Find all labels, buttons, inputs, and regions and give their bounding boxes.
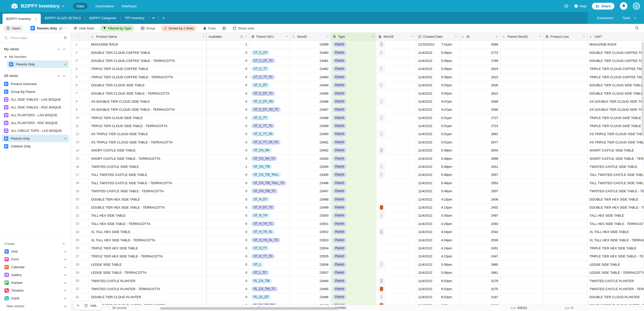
nav-interfaces[interactable]: Interfaces bbox=[122, 4, 136, 8]
cell-unit[interactable]: XL TALL HEX SIDE TABLE - TERRACOTTA bbox=[587, 236, 644, 244]
cell-product-line[interactable] bbox=[543, 244, 587, 252]
filter-button[interactable]: Filtered by Type bbox=[100, 25, 134, 31]
cell-product-name[interactable]: TWISTED CASTLE PLANTER bbox=[89, 277, 207, 285]
cell-product-line[interactable] bbox=[543, 138, 587, 146]
image-thumbnail[interactable] bbox=[378, 261, 385, 268]
cell-image[interactable] bbox=[376, 57, 416, 65]
cell-product-line[interactable] bbox=[543, 114, 587, 122]
cell-available[interactable]: 0 bbox=[207, 187, 250, 195]
cell-created-date[interactable]: 11/4/20225:48pm bbox=[416, 179, 460, 187]
cell-wooid[interactable]: 23488 bbox=[290, 114, 331, 122]
cell-row-number[interactable]: 6 bbox=[71, 81, 89, 89]
cell-parent-sku[interactable]: ST_C_DT_XS_TC bbox=[249, 106, 290, 113]
cell-unit[interactable]: TWISTED CASTLE SIDE TABLE - TERRACOTTA bbox=[587, 187, 644, 195]
cell-parent-sku[interactable]: ST_CA_TW bbox=[249, 163, 290, 171]
cell-type[interactable]: Parent bbox=[331, 81, 376, 89]
column-header-type[interactable]: Type bbox=[331, 33, 376, 40]
cell-product-name[interactable]: MAGAZINE RACK bbox=[89, 41, 207, 48]
cell-product-name[interactable]: TRIPLE TIER HEX SIDE TABLE bbox=[89, 244, 207, 252]
cell-parent-wooid[interactable] bbox=[500, 187, 543, 195]
cell-unit[interactable]: XS DOUBLE TIER CLOUD SIDE TABLE bbox=[587, 98, 644, 105]
cell-available[interactable]: 0 bbox=[207, 73, 250, 81]
cell-available[interactable]: 0 bbox=[207, 130, 250, 138]
cell-parent-wooid[interactable] bbox=[500, 73, 543, 81]
cell-product-name[interactable]: LEDGE SIDE TABLE bbox=[89, 261, 207, 268]
cell-type[interactable]: Parent bbox=[331, 65, 376, 73]
cell-parent-sku[interactable]: ST_H_TH bbox=[249, 212, 290, 219]
cell-row-number[interactable]: 30 bbox=[71, 277, 89, 285]
cell-product-name[interactable]: DOUBLE TIER CLOUD PLANTER bbox=[89, 293, 207, 301]
cell-wooid[interactable]: 23495 bbox=[290, 171, 331, 179]
cell-parent-sku[interactable]: ST_H_TT_TC bbox=[249, 252, 290, 260]
tools-button[interactable]: Tools bbox=[618, 16, 639, 20]
cell-type[interactable]: Parent bbox=[331, 187, 376, 195]
cell-product-name[interactable]: TRIPLE TIER CLOUD SIDE TABLE bbox=[89, 114, 207, 122]
search-icon[interactable] bbox=[635, 26, 639, 31]
cell-product-line[interactable] bbox=[543, 81, 587, 89]
cell-product-line[interactable] bbox=[543, 187, 587, 195]
cell-parent-sku[interactable]: PL_CL_DT bbox=[249, 293, 290, 301]
cell-id[interactable]: 2635 bbox=[459, 81, 500, 89]
cell-wooid[interactable]: 23496 bbox=[290, 179, 331, 187]
cell-image[interactable] bbox=[376, 236, 416, 244]
cell-created-date[interactable]: 11/4/20224:34pm bbox=[416, 236, 460, 244]
cell-image[interactable] bbox=[376, 41, 416, 48]
tab-bzippy-inventory[interactable]: BZIPPY Inventory bbox=[3, 14, 41, 24]
view-search[interactable]: Find a view ⚙ bbox=[0, 33, 71, 43]
cell-row-number[interactable]: 25 bbox=[71, 236, 89, 244]
cell-type[interactable]: Parent bbox=[331, 106, 376, 113]
extensions-button[interactable]: Extensions bbox=[593, 16, 618, 20]
sum-id[interactable]: Sum308251 bbox=[486, 306, 527, 310]
cell-unit[interactable]: TALL TWISTED CASTLE SIDE TABLE - TERRACO… bbox=[587, 179, 644, 187]
cell-created-date[interactable]: 11/4/20224:47pm bbox=[416, 106, 460, 113]
cell-unit[interactable]: DOUBLE TIER CLOUD COFFEE TABLE bbox=[587, 49, 644, 56]
cell-id[interactable]: 2953 bbox=[459, 179, 500, 187]
create-gallery-button[interactable]: Gallery+ bbox=[0, 271, 71, 279]
cell-type[interactable]: Parent bbox=[331, 195, 376, 203]
group-button[interactable]: Group bbox=[141, 26, 155, 30]
nav-data[interactable]: Data bbox=[73, 3, 88, 10]
cell-type[interactable]: Parent bbox=[331, 301, 376, 305]
vertical-scrollbar[interactable] bbox=[642, 42, 643, 135]
cell-parent-sku[interactable]: ST_H_DT bbox=[249, 195, 290, 203]
cell-id[interactable]: 3183 bbox=[459, 301, 500, 305]
cell-product-line[interactable] bbox=[543, 154, 587, 162]
cell-product-name[interactable]: TRIPLE TIER CLOUD SIDE TABLE - TERRACOTT… bbox=[89, 122, 207, 130]
cell-available[interactable]: 1 bbox=[207, 41, 250, 48]
cell-created-date[interactable]: 11/4/20225:06pm bbox=[416, 49, 460, 56]
cell-image[interactable] bbox=[376, 154, 416, 162]
cell-parent-wooid[interactable] bbox=[500, 220, 543, 228]
cell-type[interactable]: Parent bbox=[331, 154, 376, 162]
cell-id[interactable]: 2447 bbox=[459, 252, 500, 260]
cell-unit[interactable]: DOUBLE TIER HEX SIDE TABLE bbox=[587, 195, 644, 203]
cell-parent-sku[interactable]: PL_CL_DT_TC bbox=[249, 301, 290, 305]
cell-image[interactable] bbox=[376, 65, 416, 73]
cell-row-number[interactable]: 15 bbox=[71, 154, 89, 162]
sidebar-view-all-circle-tops-lag-bisque[interactable]: ALL CIRCLE TOPS - LAG BISQUE bbox=[2, 127, 69, 134]
cell-row-number[interactable]: 24 bbox=[71, 228, 89, 236]
image-thumbnail[interactable] bbox=[378, 41, 385, 48]
cell-product-name[interactable]: TRIPLE TIER HEX SIDE TABLE - TERRACOTTA bbox=[89, 252, 207, 260]
cell-id[interactable]: 2815 bbox=[459, 73, 500, 81]
cell-image[interactable] bbox=[376, 179, 416, 187]
column-chevron-icon[interactable] bbox=[286, 36, 288, 37]
info-icon[interactable] bbox=[240, 35, 243, 38]
cell-product-line[interactable] bbox=[543, 293, 587, 301]
cell-row-number[interactable]: 9 bbox=[71, 106, 89, 113]
cell-type[interactable]: Parent bbox=[331, 130, 376, 138]
cell-parent-sku[interactable]: ST_C_DT_XS bbox=[249, 98, 290, 105]
cell-type[interactable]: Parent bbox=[331, 114, 376, 122]
cell-id[interactable]: 2999 bbox=[459, 154, 500, 162]
sort-button[interactable]: Sorted by 2 fields bbox=[161, 25, 197, 31]
cell-id[interactable]: 2539 bbox=[459, 236, 500, 244]
cell-type[interactable]: Parent bbox=[331, 98, 376, 105]
cell-parent-wooid[interactable] bbox=[500, 114, 543, 122]
cell-parent-sku[interactable]: ST_H_DT_TC bbox=[249, 204, 290, 211]
cell-wooid[interactable]: 23466 bbox=[290, 293, 331, 301]
column-chevron-icon[interactable] bbox=[539, 36, 541, 37]
cell-type[interactable]: Parent bbox=[331, 171, 376, 179]
cell-image[interactable] bbox=[376, 138, 416, 146]
cell-id[interactable]: 2406 bbox=[459, 195, 500, 203]
cell-unit[interactable]: TALL HEX SIDE TABLE - TERRACOTTA bbox=[587, 220, 644, 228]
cell-wooid[interactable]: 23485 bbox=[290, 89, 331, 97]
